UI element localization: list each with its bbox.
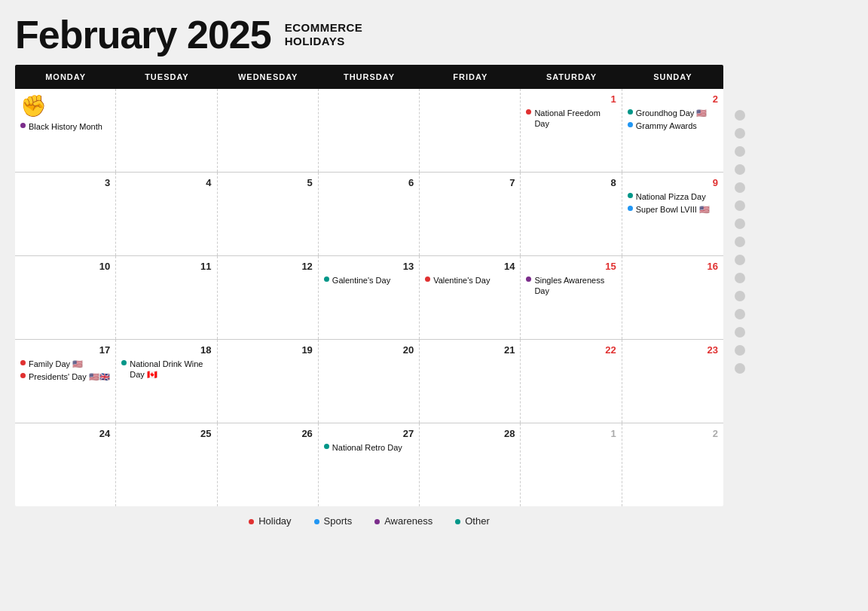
cell-date: 26 [223,428,313,439]
cell-date: 2 [628,428,718,439]
cal-cell: 27 National Retro Day [319,423,420,506]
cal-cell: 28 [420,423,521,506]
dot-holiday [425,276,430,282]
cell-date: 3 [20,177,110,188]
dot-holiday [20,360,26,365]
cal-cell: 26 [218,423,319,506]
event-label: Family Day 🇺🇸 [29,359,83,369]
cal-cell: 12 [218,256,319,339]
cell-date: 15 [526,261,616,272]
cal-row: 24 25 26 27 National Retro Day [15,423,723,506]
cal-cell: 9 National Pizza Day Super Bowl LVIII 🇺🇸 [622,173,723,255]
cal-cell: 25 [116,423,217,506]
cell-date: 9 [628,177,718,188]
dot-awareness [20,123,26,128]
cell-date: 17 [20,344,110,356]
sidebar-dot[interactable] [735,200,745,211]
dot-awareness [526,276,531,282]
sidebar-dot[interactable] [735,128,745,139]
cell-date: 13 [324,261,414,272]
cal-cell: 23 [622,340,723,423]
cell-date: 5 [223,177,313,188]
event-drink-wine: National Drink Wine Day 🇨🇦 [121,359,211,380]
cal-cell: 6 [319,173,420,255]
sidebar-dot[interactable] [735,345,745,356]
cal-cell: 14 Valentine's Day [420,256,521,339]
day-fri: FRIDAY [420,65,521,89]
cal-row: 17 Family Day 🇺🇸 Presidents' Day 🇺🇸🇬🇧 [15,340,723,423]
event-groundhog: Groundhog Day 🇺🇸 [628,108,718,118]
sidebar-dot[interactable] [735,146,745,157]
cell-date: 8 [526,177,616,188]
sidebar-dot[interactable] [735,182,745,193]
event-valentines: Valentine's Day [425,275,515,286]
event-singles-awareness: Singles Awareness Day [526,275,616,297]
cal-cell: 5 [218,173,319,255]
dot-sports [628,206,633,211]
cal-cell: 1 National Freedom Day [521,89,622,172]
legend-sports-label: Sports [324,515,353,527]
cal-cell: 13 Galentine's Day [319,256,420,339]
event-label: National Retro Day [332,442,402,453]
legend-other: Other [455,515,490,527]
cal-cell: ✊ Black History Month [15,89,116,172]
cell-date: 1 [526,93,616,105]
cell-date: 14 [425,261,515,272]
cal-cell: 17 Family Day 🇺🇸 Presidents' Day 🇺🇸🇬🇧 [15,340,116,423]
dot-other [455,519,460,524]
sidebar-dot[interactable] [735,255,745,265]
calendar-container: MONDAY TUESDAY WEDNESDAY THURSDAY FRIDAY… [15,65,723,527]
event-label: Presidents' Day 🇺🇸🇬🇧 [29,371,110,382]
cal-cell: 19 [218,340,319,423]
event-label: Black History Month [29,121,102,132]
fist-icon: ✊ [20,93,110,118]
cell-date: 12 [223,261,313,272]
cal-cell [218,89,319,172]
day-thu: THURSDAY [319,65,420,89]
day-sat: SATURDAY [521,65,622,89]
sidebar-dot[interactable] [735,237,745,247]
cal-cell: 4 [116,173,217,255]
event-label: Valentine's Day [433,275,490,286]
sidebar-dot[interactable] [735,291,745,301]
event-black-history: Black History Month [20,121,110,132]
calendar-header: MONDAY TUESDAY WEDNESDAY THURSDAY FRIDAY… [15,65,723,89]
cal-cell: 22 [521,340,622,423]
dot-holiday [249,519,254,524]
dot-other [324,276,329,282]
sidebar-dot[interactable] [735,327,745,338]
cell-date: 22 [526,344,616,356]
dot-sports [314,519,319,524]
dot-sports [628,122,633,127]
legend-awareness-label: Awareness [384,515,432,527]
cal-cell: 11 [116,256,217,339]
sidebar-dot[interactable] [735,110,745,121]
cal-cell: 10 [15,256,116,339]
dot-other [628,109,633,115]
cal-cell [319,89,420,172]
event-label: Groundhog Day 🇺🇸 [636,108,708,118]
legend-other-label: Other [465,515,490,527]
cal-cell: 3 [15,173,116,255]
sidebar-dot[interactable] [735,164,745,175]
cal-cell: 18 National Drink Wine Day 🇨🇦 [116,340,217,423]
calendar-body: ✊ Black History Month 1 [15,89,723,506]
cal-cell: 2 [622,423,723,506]
event-label: National Freedom Day [534,108,616,130]
sidebar-dot[interactable] [735,363,745,374]
page-wrapper: February 2025 ECOMMERCE HOLIDAYS MONDAY … [0,0,868,611]
page-subtitle: ECOMMERCE HOLIDAYS [285,21,363,48]
dot-other [628,193,633,198]
cal-cell: 8 [521,173,622,255]
event-retro-day: National Retro Day [324,442,414,453]
dot-holiday [20,373,26,378]
event-freedom-day: National Freedom Day [526,108,616,130]
cal-cell: 1 [521,423,622,506]
event-presidents-day: Presidents' Day 🇺🇸🇬🇧 [20,371,110,382]
cell-date: 25 [121,428,211,439]
event-label: National Drink Wine Day 🇨🇦 [130,359,211,380]
sidebar-dot[interactable] [735,273,745,283]
cell-date: 23 [628,344,718,356]
sidebar-dot[interactable] [735,218,745,229]
sidebar-dot[interactable] [735,309,745,319]
